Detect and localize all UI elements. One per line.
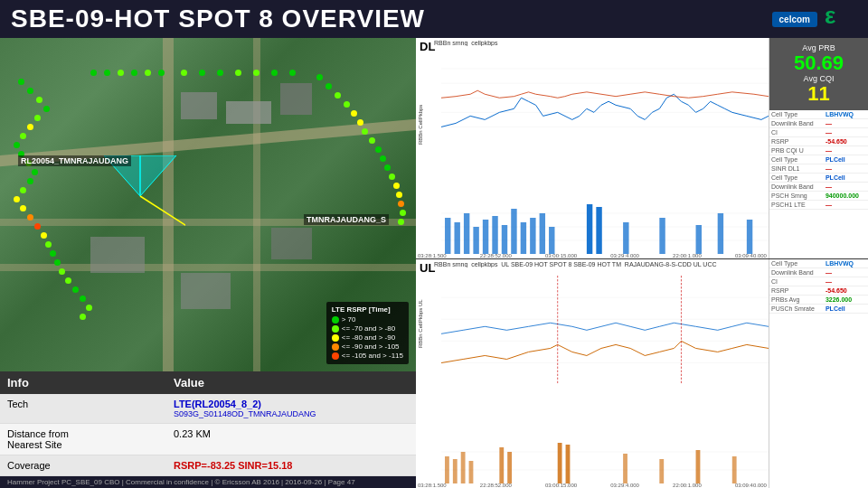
ul-stats-mini-table: Cell TypeLBHVWQ Downlink Band— CI— RSRP-… <box>769 259 868 314</box>
meas-dot <box>396 192 402 198</box>
meas-dot <box>145 70 151 76</box>
meas-dot <box>362 128 368 135</box>
mini-label: PRB CQI U <box>769 146 824 155</box>
dl-chart-area: DL RBBn smng_cellpkbps RBBn CellPkbps <box>416 38 769 258</box>
svg-rect-23 <box>549 227 554 254</box>
meas-dot <box>86 305 92 311</box>
meas-dot <box>326 83 332 89</box>
legend-label-1: > 70 <box>342 315 356 324</box>
mini-val: — <box>824 183 868 192</box>
legend-item-5: <= -105 and > -115 <box>332 352 403 360</box>
meas-dot <box>18 79 24 85</box>
svg-rect-28 <box>696 225 702 254</box>
mini-table-row: Downlink Band— <box>769 119 868 128</box>
ul-time-labels: 03:28:1.500 22:28:52.000 03:00:15.000 03… <box>416 483 769 488</box>
building1 <box>181 92 217 119</box>
mini-table-row: Cell TypePLCell <box>769 155 868 164</box>
value-cell-coverage: RSRP=-83.25 SINR=15.18 <box>166 455 416 476</box>
svg-rect-48 <box>659 459 664 483</box>
time-label-4: 03:29:4.000 <box>610 253 639 258</box>
building4 <box>90 237 145 273</box>
svg-rect-30 <box>747 220 752 254</box>
meas-dot <box>20 187 26 193</box>
dl-chart-title: RBBn smng_cellpkbps <box>434 40 764 46</box>
meas-dot <box>289 70 296 76</box>
legend-dot-1 <box>332 316 339 324</box>
mini-table-row: Cell TypeLBHVWQ <box>769 259 868 268</box>
building6 <box>181 273 231 309</box>
meas-dot <box>380 155 386 162</box>
map-legend: LTE RSRP [Time] > 70 <= -70 and > -80 <=… <box>326 302 409 364</box>
right-panel: DL RBBn smng_cellpkbps RBBn CellPkbps <box>416 38 868 488</box>
svg-rect-17 <box>492 216 497 254</box>
svg-rect-20 <box>521 222 526 254</box>
meas-dot <box>235 70 241 76</box>
meas-dot <box>181 70 187 76</box>
col-header-value: Value <box>166 371 416 394</box>
svg-rect-21 <box>530 218 535 254</box>
meas-dot <box>400 210 406 216</box>
mini-table-row: Downlink Band— <box>769 183 868 192</box>
meas-dot <box>54 259 61 266</box>
dl-stats-mini-table: Cell TypeLBHVWQ Downlink Band— CI— RSRP-… <box>769 110 868 210</box>
mini-val: — <box>824 146 868 155</box>
svg-rect-44 <box>507 452 512 483</box>
ul-time-3: 03:00:15.000 <box>545 483 577 488</box>
stats-panel-dl: Avg PRB 50.69 Avg CQI 11 Cell TypeLBHVWQ… <box>769 38 868 258</box>
svg-rect-50 <box>732 456 737 483</box>
mini-table-row: PRBs Avg3226.000 <box>769 296 868 305</box>
mini-label: Downlink Band <box>769 183 824 192</box>
svg-rect-19 <box>511 209 516 254</box>
info-table: Info Value Tech LTE(RL20054_8_2) S093G_S… <box>0 371 416 476</box>
meas-dot <box>158 70 165 76</box>
meas-dot <box>316 74 323 80</box>
legend-label-4: <= -90 and > -105 <box>342 343 400 351</box>
dl-chart-lower <box>441 200 769 258</box>
avg-cqi-value: 11 <box>773 83 864 105</box>
mini-val: — <box>824 277 868 286</box>
mini-label: Cell Type <box>769 110 824 119</box>
svg-rect-47 <box>623 454 627 483</box>
mini-label: PUSCh Smrate <box>769 305 824 314</box>
meas-dot <box>104 70 110 76</box>
meas-dot <box>384 164 391 171</box>
ul-chart-svg <box>441 276 769 385</box>
meas-dot <box>389 174 395 180</box>
y-axis-label-dl: RBBn CellPkbps <box>418 54 423 145</box>
tech-value: LTE(RL20054_8_2) <box>174 399 261 409</box>
meas-dot <box>41 232 47 239</box>
site-label-2: TMNRAJAUDANG_S <box>304 214 389 225</box>
svg-rect-49 <box>696 450 701 483</box>
mini-table-row: SINR DL1— <box>769 164 868 174</box>
info-cell-distance: Distance fromNearest Site <box>0 424 166 455</box>
mini-label: CI <box>769 128 824 137</box>
svg-rect-16 <box>483 220 488 254</box>
meas-dot <box>80 314 86 320</box>
meas-dot <box>344 101 350 108</box>
time-label-6: 03:09:40.000 <box>735 253 767 258</box>
legend-label-5: <= -105 and > -115 <box>342 352 403 360</box>
meas-dot <box>369 137 375 144</box>
meas-dot <box>27 88 33 94</box>
mini-label: Downlink Band <box>769 119 824 128</box>
ul-time-1: 03:28:1.500 <box>418 483 447 488</box>
value-cell-distance: 0.23 KM <box>166 424 416 455</box>
mini-label: PRBs Avg <box>769 296 824 305</box>
meas-dot <box>253 70 259 76</box>
mini-table-row: PSCH Smng940000.000 <box>769 192 868 201</box>
ul-label: UL <box>420 261 435 275</box>
svg-rect-46 <box>566 445 571 483</box>
mini-val: LBHVWQ <box>824 259 868 268</box>
svg-rect-26 <box>623 222 628 254</box>
mini-label: SINR DL1 <box>769 164 824 174</box>
meas-dot <box>45 241 52 248</box>
ul-chart-area: UL RBBn smng_cellpkbps_UL SBE-09 HOT SPO… <box>416 259 769 488</box>
main-content: RL20054_TMNRAJAUDANG TMNRAJAUDANG_S LTE … <box>0 38 868 488</box>
time-label-5: 22:00:1.000 <box>673 253 702 258</box>
legend-label-2: <= -70 and > -80 <box>342 324 395 333</box>
meas-dot <box>65 277 71 284</box>
ul-time-4: 03:29:4.000 <box>610 483 639 488</box>
meas-dot <box>131 70 137 76</box>
y-axis-label-ul: RBBn CellPkbps UL <box>418 276 423 348</box>
meas-dot <box>398 201 404 207</box>
